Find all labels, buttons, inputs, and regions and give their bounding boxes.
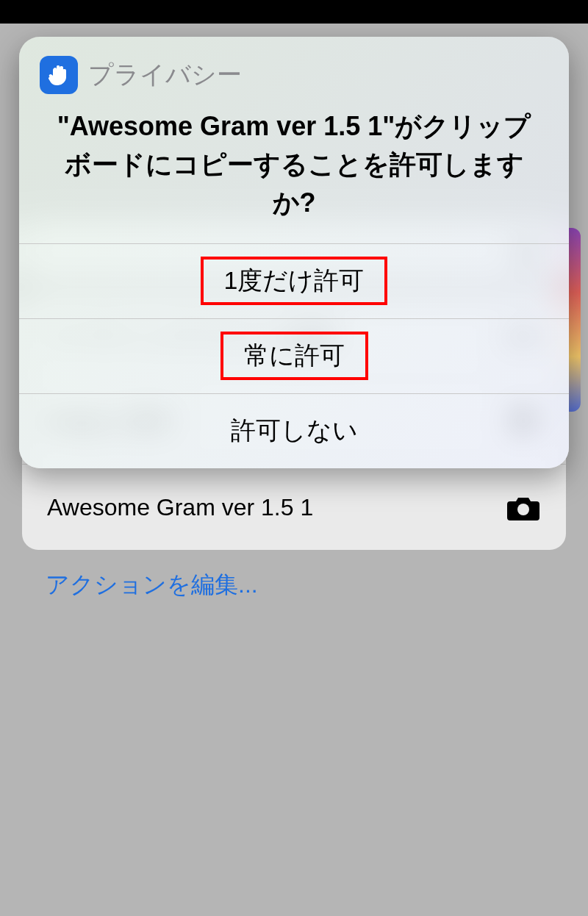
deny-label: 許可しない (231, 414, 358, 448)
dialog-header: プライバシー (19, 37, 569, 97)
edit-actions-link[interactable]: アクションを編集... (22, 550, 566, 601)
privacy-permission-dialog: プライバシー "Awesome Gram ver 1.5 1"がクリップボードに… (19, 37, 569, 468)
allow-always-label: 常に許可 (244, 341, 345, 369)
dialog-title: "Awesome Gram ver 1.5 1"がクリップボードにコピーすること… (19, 97, 569, 243)
camera-icon (506, 494, 541, 520)
highlight-annotation: 常に許可 (220, 332, 368, 380)
edit-actions-label: アクションを編集... (46, 571, 258, 598)
svg-point-3 (517, 504, 529, 515)
allow-once-label: 1度だけ許可 (224, 266, 365, 294)
status-bar (0, 0, 588, 24)
action-row-label: Awesome Gram ver 1.5 1 (47, 494, 506, 521)
hand-privacy-icon (40, 56, 78, 94)
dialog-privacy-label: プライバシー (88, 58, 242, 92)
highlight-annotation: 1度だけ許可 (201, 257, 388, 305)
allow-always-button[interactable]: 常に許可 (19, 318, 569, 393)
deny-button[interactable]: 許可しない (19, 393, 569, 468)
action-row-awesome-gram[interactable]: Awesome Gram ver 1.5 1 (22, 465, 566, 550)
allow-once-button[interactable]: 1度だけ許可 (19, 243, 569, 318)
